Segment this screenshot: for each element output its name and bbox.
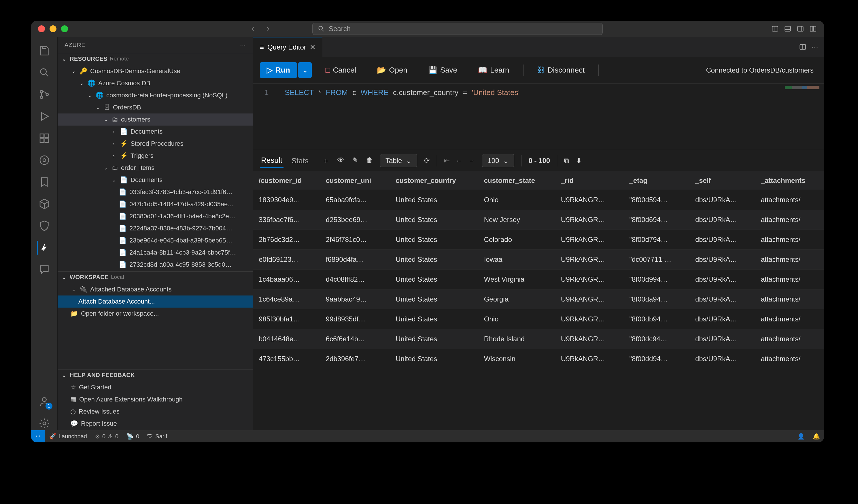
help-header[interactable]: ⌄ HELP AND FEEDBACK (58, 370, 253, 381)
close-tab-icon[interactable]: ✕ (310, 43, 316, 51)
open-folder-action[interactable]: 📁Open folder or workspace... (58, 308, 253, 320)
explorer-icon[interactable] (37, 44, 51, 58)
column-header[interactable]: customer_country (390, 172, 478, 190)
panel-bottom-icon[interactable] (784, 25, 792, 33)
view-mode-select[interactable]: Table⌄ (380, 154, 417, 167)
view-icon[interactable]: 👁 (337, 156, 344, 165)
problems-status[interactable]: ⊘0⚠0 (91, 433, 123, 440)
column-header[interactable]: customer_uni (320, 172, 390, 190)
table-row[interactable]: 336fbae7f6…d253bee69…United StatesNew Je… (253, 210, 824, 230)
table-row[interactable]: 1c4baaa06…d4c08fff82…United StatesWest V… (253, 270, 824, 290)
edit-icon[interactable]: ✎ (352, 156, 358, 165)
shield-icon[interactable] (37, 219, 51, 233)
save-button[interactable]: 💾Save (421, 62, 464, 78)
add-icon[interactable]: ＋ (322, 156, 329, 165)
table-row[interactable]: 473c155bb…2db396fe7…United StatesWiscons… (253, 349, 824, 369)
document-item[interactable]: 📄23be964d-e045-4baf-a39f-5beb65… (58, 234, 253, 246)
minimap[interactable] (785, 86, 820, 89)
run-button[interactable]: ▷Run (260, 62, 297, 78)
profile-icon[interactable]: 👤 (793, 433, 809, 440)
database-node[interactable]: ⌄🗄OrdersDB (58, 101, 253, 113)
page-size-select[interactable]: 100⌄ (482, 154, 514, 167)
table-row[interactable]: 1c64ce89a…9aabbac49…United StatesGeorgia… (253, 290, 824, 309)
column-header[interactable]: _rid (555, 172, 624, 190)
command-center[interactable]: Search (312, 23, 603, 35)
more-icon[interactable]: ⋯ (811, 43, 818, 51)
run-split-button[interactable]: ⌄ (298, 62, 312, 78)
tab-query-editor[interactable]: ≡ Query Editor ✕ (253, 37, 322, 57)
package-icon[interactable] (37, 197, 51, 211)
document-item[interactable]: 📄20380d01-1a36-4ff1-b4e4-4be8c2e… (58, 210, 253, 222)
resources-header[interactable]: ⌄ RESOURCES Remote (58, 53, 253, 65)
nav-forward-icon[interactable] (264, 25, 272, 33)
cancel-button[interactable]: □Cancel (319, 62, 363, 78)
extensions-icon[interactable] (37, 131, 51, 145)
first-page-icon[interactable]: ⇤ (444, 157, 450, 165)
help-get-started[interactable]: ☆Get Started (58, 381, 253, 393)
container-order-items[interactable]: ⌄🗂order_items (58, 162, 253, 174)
column-header[interactable]: customer_state (478, 172, 555, 190)
account-node[interactable]: ⌄🌐cosmosdb-retail-order-processing (NoSQ… (58, 89, 253, 101)
table-row[interactable]: e0fd69123…f6890d4fa…United StatesIowaaU9… (253, 250, 824, 270)
launchpad-status[interactable]: 🚀Launchpad (45, 433, 91, 440)
copy-icon[interactable]: ⧉ (564, 157, 569, 165)
bell-icon[interactable]: 🔔 (809, 433, 824, 440)
workspace-header[interactable]: ⌄ WORKSPACE Local (58, 272, 253, 283)
refresh-icon[interactable]: ⟳ (424, 157, 430, 165)
table-row[interactable]: b0414648e…6c6f6e14b…United StatesRhode I… (253, 329, 824, 349)
layout-icon[interactable] (809, 25, 817, 33)
maximize-window[interactable] (61, 25, 68, 32)
table-row[interactable]: 985f30bfa1…99d8935df…United StatesOhioU9… (253, 309, 824, 329)
bookmark-icon[interactable] (37, 175, 51, 189)
column-header[interactable]: /customer_id (253, 172, 320, 190)
ports-status[interactable]: 📡0 (123, 433, 143, 440)
download-icon[interactable]: ⬇ (576, 157, 582, 165)
help-walkthrough[interactable]: ▦Open Azure Extensions Walkthrough (58, 393, 253, 406)
azure-icon[interactable] (37, 241, 51, 255)
minimize-window[interactable] (50, 25, 57, 32)
table-row[interactable]: 2b76dc3d2…2f46f781c0…United StatesColora… (253, 230, 824, 250)
service-node[interactable]: ⌄🌐Azure Cosmos DB (58, 77, 253, 89)
disconnect-button[interactable]: ⛓Disconnect (530, 62, 592, 78)
column-header[interactable]: _self (689, 172, 755, 190)
table-row[interactable]: 1839304e9…65aba9fcfa…United StatesOhioU9… (253, 190, 824, 210)
triggers-node[interactable]: ›⚡Triggers (58, 150, 253, 162)
subscription-node[interactable]: ⌄🔑CosmosDB-Demos-GeneralUse (58, 65, 253, 77)
remote-indicator[interactable] (31, 430, 45, 442)
settings-gear-icon[interactable] (37, 417, 51, 430)
split-editor-icon[interactable] (799, 43, 807, 51)
learn-button[interactable]: 📖Learn (471, 62, 516, 78)
document-item[interactable]: 📄24a1ca4a-8b11-4cb3-9a24-cbbc75f… (58, 246, 253, 259)
results-grid[interactable]: /customer_idcustomer_unicustomer_country… (253, 172, 824, 430)
documents-node[interactable]: ›📄Documents (58, 126, 253, 138)
search-icon[interactable] (37, 66, 51, 80)
run-debug-icon[interactable] (37, 110, 51, 123)
column-header[interactable]: _attachments (755, 172, 824, 190)
close-window[interactable] (38, 25, 45, 32)
prev-page-icon[interactable]: ← (456, 157, 462, 165)
source-control-icon[interactable] (37, 87, 51, 101)
attached-accounts[interactable]: ⌄🔌Attached Database Accounts (58, 283, 253, 295)
tab-result[interactable]: Result (260, 153, 284, 168)
tab-stats[interactable]: Stats (290, 154, 310, 168)
help-report-issue[interactable]: 💬Report Issue (58, 418, 253, 430)
accounts-icon[interactable] (37, 394, 51, 408)
query-editor-content[interactable]: 1 SELECT * FROM c WHERE c.customer_count… (253, 83, 824, 150)
next-page-icon[interactable]: → (468, 157, 475, 165)
sarif-status[interactable]: 🛡Sarif (143, 433, 171, 440)
sprocs-node[interactable]: ›⚡Stored Procedures (58, 138, 253, 150)
panel-right-icon[interactable] (796, 25, 805, 33)
document-item[interactable]: 📄047b1dd5-1404-47df-a429-d035ae… (58, 198, 253, 210)
container-customers[interactable]: ⌄🗂customers (58, 113, 253, 126)
document-item[interactable]: 📄22248a37-830e-483b-9274-7b004… (58, 222, 253, 234)
nav-back-icon[interactable] (249, 25, 257, 33)
help-review-issues[interactable]: ◷Review Issues (58, 406, 253, 418)
column-header[interactable]: _etag (623, 172, 689, 190)
comment-icon[interactable] (37, 263, 51, 276)
open-button[interactable]: 📂Open (370, 62, 414, 78)
more-icon[interactable]: ⋯ (240, 42, 246, 48)
document-item[interactable]: 📄033fec3f-3783-4cb3-a7cc-91d91f6… (58, 186, 253, 198)
remote-explorer-icon[interactable] (37, 153, 51, 167)
documents-node[interactable]: ⌄📄Documents (58, 174, 253, 186)
document-item[interactable]: 📄2732cd8d-a00a-4c95-8853-3e5d0… (58, 259, 253, 271)
